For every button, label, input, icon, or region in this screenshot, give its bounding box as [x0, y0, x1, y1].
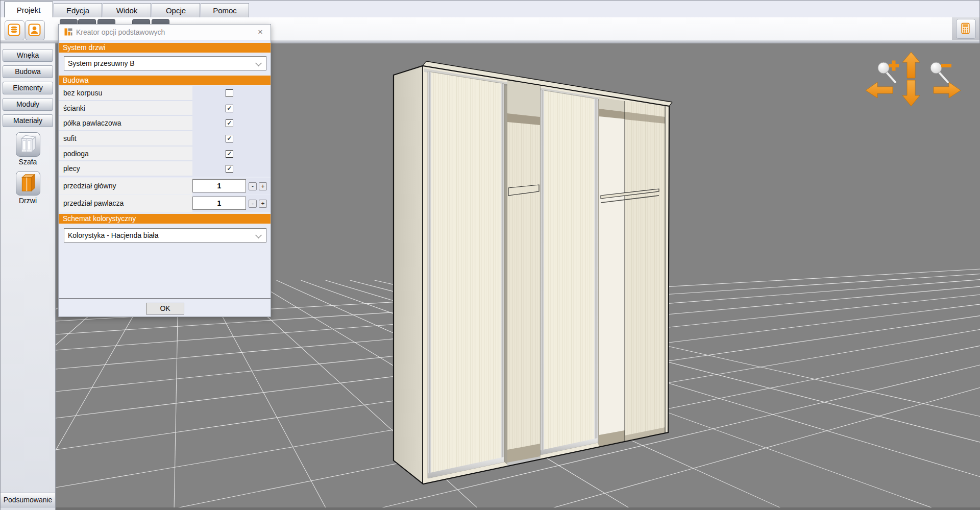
viewport-bottom-edge	[56, 507, 980, 510]
materials-database-button[interactable]	[5, 20, 24, 40]
system-drzwi-value: System przesuwny B	[68, 59, 135, 67]
budowa-header: Budowa	[59, 76, 271, 85]
przedzial-glowny-row: przedział główny - +	[59, 178, 271, 195]
pan-up-arrow[interactable]	[902, 52, 920, 78]
przedzial-glowny-minus-button[interactable]: -	[249, 182, 257, 190]
viewport-nav-controls	[866, 52, 961, 106]
pan-left-arrow[interactable]	[866, 82, 893, 98]
sidebar-item-materialy[interactable]: Materiały	[3, 114, 53, 127]
schemat-dropdown[interactable]: Kolorystyka - Hacjenda biała	[64, 228, 266, 242]
schemat-value: Kolorystyka - Hacjenda biała	[68, 231, 158, 239]
sidebar: Wnęka Budowa Elementy Moduły Materiały S…	[1, 43, 56, 510]
option-row: sufit ✓	[59, 131, 271, 147]
calculator-icon	[959, 22, 972, 35]
bez-korpusu-checkbox[interactable]	[226, 89, 233, 97]
option-label: podłoga	[59, 147, 192, 162]
przedzial-pawlacza-minus-button[interactable]: -	[249, 200, 257, 208]
system-drzwi-header: System drzwi	[59, 43, 271, 53]
menu-tab-bar: Projekt Edycja Widok Opcje Pomoc	[1, 1, 979, 17]
wardrobe-icon	[17, 133, 39, 155]
plecy-checkbox[interactable]: ✓	[226, 165, 233, 173]
chevron-down-icon	[255, 232, 262, 238]
user-icon	[28, 23, 41, 36]
sidebar-item-elementy[interactable]: Elementy	[3, 82, 53, 94]
option-label: półka pawlaczowa	[59, 116, 192, 131]
option-label: ścianki	[59, 101, 192, 116]
option-row: podłoga ✓	[59, 147, 271, 162]
podloga-checkbox[interactable]: ✓	[226, 150, 233, 158]
tab-edycja[interactable]: Edycja	[54, 3, 102, 17]
kreator-dialog: Kreator opcji podstawowych × System drzw…	[58, 24, 271, 317]
przedzial-pawlacza-plus-button[interactable]: +	[259, 200, 267, 208]
calculator-button[interactable]	[956, 19, 976, 39]
tab-widok[interactable]: Widok	[103, 3, 151, 17]
szafa-tool-button[interactable]	[16, 132, 40, 157]
app-logo-icon	[64, 28, 73, 37]
tab-opcje[interactable]: Opcje	[152, 3, 200, 17]
tab-pomoc[interactable]: Pomoc	[201, 3, 249, 17]
counter-label: przedział pawlacza	[59, 195, 192, 212]
sidebar-item-moduly[interactable]: Moduły	[3, 98, 53, 111]
sidebar-item-wneka[interactable]: Wnęka	[3, 49, 53, 62]
dialog-title: Kreator opcji podstawowych	[76, 28, 165, 36]
wardrobe-model[interactable]	[394, 61, 672, 484]
materials-database-icon	[8, 23, 20, 36]
zoom-in-magnifier[interactable]	[878, 61, 899, 83]
option-row: bez korpusu	[59, 86, 271, 101]
system-drzwi-dropdown[interactable]: System przesuwny B	[64, 56, 266, 70]
counter-label: przedział główny	[59, 178, 192, 195]
pan-down-arrow[interactable]	[902, 80, 920, 106]
schemat-header: Schemat kolorystyczny	[59, 214, 271, 224]
zoom-out-magnifier[interactable]	[930, 62, 951, 82]
summary-button[interactable]: Podsumowanie	[1, 493, 55, 507]
sidebar-item-budowa[interactable]: Budowa	[3, 65, 53, 78]
option-label: plecy	[59, 161, 192, 177]
ok-button[interactable]: OK	[146, 303, 184, 314]
user-button[interactable]	[25, 20, 45, 40]
toolbar-right-panel	[952, 17, 979, 40]
przedzial-glowny-plus-button[interactable]: +	[259, 182, 267, 190]
door-icon	[17, 172, 39, 194]
budowa-options: bez korpusu ścianki ✓ półka pawlaczowa ✓…	[59, 86, 271, 177]
close-icon[interactable]: ×	[255, 27, 265, 37]
przedzial-pawlacza-row: przedział pawlacza - +	[59, 195, 271, 212]
option-label: sufit	[59, 131, 192, 147]
drzwi-tool-button[interactable]	[16, 171, 40, 196]
option-label: bez korpusu	[59, 86, 192, 101]
application-window: Projekt Edycja Widok Opcje Pomoc	[0, 0, 980, 510]
option-row: półka pawlaczowa ✓	[59, 116, 271, 131]
scianki-checkbox[interactable]: ✓	[226, 105, 233, 112]
dialog-separator	[59, 298, 271, 299]
przedzial-pawlacza-input[interactable]	[192, 197, 246, 210]
przedzial-glowny-input[interactable]	[192, 179, 246, 192]
sufit-checkbox[interactable]: ✓	[226, 135, 233, 142]
option-row: ścianki ✓	[59, 101, 271, 116]
drzwi-tool-label: Drzwi	[1, 197, 55, 205]
option-row: plecy ✓	[59, 161, 271, 177]
polka-pawlaczowa-checkbox[interactable]: ✓	[226, 119, 233, 127]
szafa-tool-label: Szafa	[1, 158, 55, 166]
tab-projekt[interactable]: Projekt	[4, 2, 53, 17]
pan-right-arrow[interactable]	[934, 82, 961, 98]
dialog-title-bar[interactable]: Kreator opcji podstawowych ×	[59, 25, 271, 40]
chevron-down-icon	[255, 60, 262, 66]
